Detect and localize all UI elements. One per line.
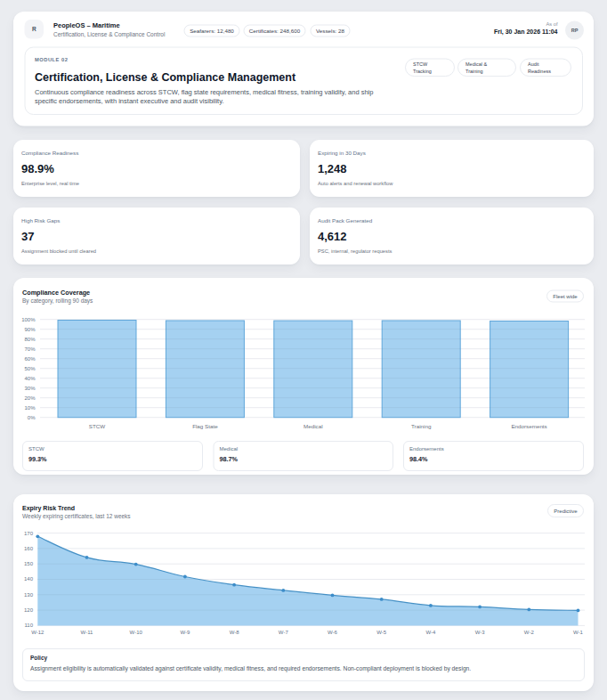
svg-text:80%: 80% bbox=[24, 337, 36, 342]
svg-text:W-3: W-3 bbox=[475, 630, 486, 635]
svg-text:90%: 90% bbox=[24, 327, 36, 332]
svg-text:W-1: W-1 bbox=[573, 630, 584, 635]
svg-text:W-2: W-2 bbox=[524, 630, 535, 635]
svg-text:W-8: W-8 bbox=[230, 630, 240, 635]
svg-text:0%: 0% bbox=[28, 415, 36, 420]
svg-text:Flag State: Flag State bbox=[192, 423, 218, 429]
svg-text:W-7: W-7 bbox=[279, 630, 289, 635]
svg-text:Training: Training bbox=[411, 423, 432, 429]
svg-text:130: 130 bbox=[24, 592, 34, 598]
svg-text:W-4: W-4 bbox=[425, 630, 436, 635]
svg-text:W-6: W-6 bbox=[328, 630, 338, 635]
svg-text:100%: 100% bbox=[21, 317, 36, 322]
svg-text:120: 120 bbox=[24, 607, 34, 613]
svg-text:Medical: Medical bbox=[304, 423, 323, 429]
svg-text:W-11: W-11 bbox=[81, 630, 93, 635]
svg-text:60%: 60% bbox=[24, 356, 36, 362]
svg-text:40%: 40% bbox=[24, 376, 36, 381]
svg-text:110: 110 bbox=[24, 623, 33, 628]
svg-text:W-12: W-12 bbox=[31, 630, 45, 635]
svg-text:STCW: STCW bbox=[89, 423, 106, 429]
svg-text:50%: 50% bbox=[24, 366, 36, 371]
svg-text:W-5: W-5 bbox=[376, 630, 387, 635]
svg-text:160: 160 bbox=[24, 546, 34, 551]
svg-text:20%: 20% bbox=[24, 395, 36, 401]
svg-text:W-10: W-10 bbox=[130, 630, 143, 635]
svg-text:10%: 10% bbox=[24, 405, 36, 411]
svg-text:70%: 70% bbox=[24, 346, 36, 352]
svg-text:Endorsements: Endorsements bbox=[511, 423, 546, 429]
svg-text:30%: 30% bbox=[24, 386, 36, 391]
svg-text:W-9: W-9 bbox=[180, 630, 190, 635]
svg-text:170: 170 bbox=[24, 531, 34, 536]
svg-text:140: 140 bbox=[24, 576, 34, 582]
svg-text:150: 150 bbox=[24, 561, 34, 566]
